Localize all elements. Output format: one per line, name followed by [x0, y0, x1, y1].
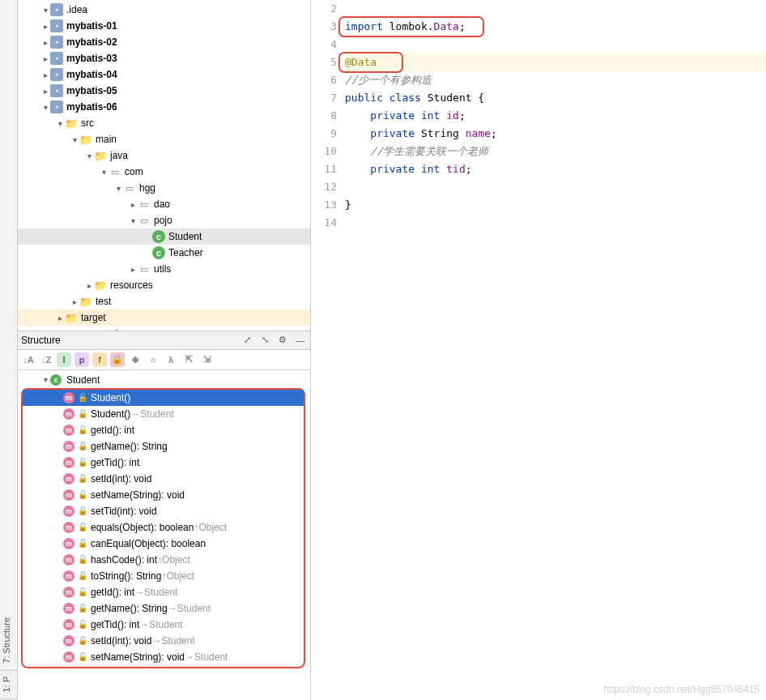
autoscroll-from-icon[interactable]: ⇲: [199, 352, 214, 367]
show-fields-icon[interactable]: f: [92, 352, 107, 367]
structure-item[interactable]: m🔓getName(): String →Student: [23, 600, 304, 617]
structure-item-origin: →Student: [134, 587, 177, 598]
show-non-public-icon[interactable]: 🔒: [110, 352, 125, 367]
structure-item[interactable]: m🔓getName(): String: [23, 438, 304, 455]
tree-arrow-icon[interactable]: ▸: [55, 314, 65, 322]
tree-arrow-icon[interactable]: ▸: [40, 38, 50, 47]
show-anonymous-icon[interactable]: ○: [146, 352, 160, 367]
structure-item[interactable]: m🔓Student(): [23, 390, 304, 406]
structure-item[interactable]: m🔓equals(Object): boolean ↑Object: [23, 519, 304, 536]
code-line[interactable]: @Data: [345, 53, 766, 71]
code-editor[interactable]: 234567891011121314 import lombok.Data;@D…: [311, 0, 766, 700]
structure-item[interactable]: m🔓getTid(): int →Student: [23, 617, 304, 633]
tree-arrow-icon[interactable]: ▾: [113, 184, 123, 193]
structure-item[interactable]: m🔓setName(String): void: [23, 487, 304, 503]
tree-row[interactable]: ▸target: [18, 309, 310, 326]
tree-arrow-icon[interactable]: ▾: [70, 135, 79, 144]
tree-arrow-icon[interactable]: ▾: [84, 152, 94, 160]
tree-row[interactable]: ▸utils: [18, 261, 310, 277]
structure-tree[interactable]: ▾ c Student m🔓Student()m🔓Student() →Stud…: [18, 370, 310, 701]
expand-all-icon[interactable]: ⤢: [240, 334, 253, 347]
tree-arrow-icon[interactable]: ▾: [99, 168, 109, 177]
line-number: 10: [311, 143, 345, 160]
code-line[interactable]: //少一个有参构造: [345, 71, 766, 89]
tree-arrow-icon[interactable]: ▸: [128, 265, 138, 274]
tree-arrow-icon[interactable]: ▾: [40, 103, 50, 112]
code-line[interactable]: public class Student {: [345, 89, 766, 107]
structure-item-label: getId(): int: [91, 587, 134, 598]
tree-arrow-icon[interactable]: ▾: [40, 6, 50, 15]
collapse-all-icon[interactable]: ⤡: [258, 334, 271, 347]
line-number: 4: [311, 36, 345, 53]
project-tree[interactable]: ▾▪.idea▸▪mybatis-01▸▪mybatis-02▸▪mybatis…: [18, 0, 310, 331]
structure-item[interactable]: m🔓hashCode(): int ↑Object: [23, 552, 304, 568]
tree-arrow-icon[interactable]: ▸: [84, 281, 94, 290]
tree-row[interactable]: ▾▪.idea: [18, 2, 310, 18]
sort-visibility-icon[interactable]: ↓Z: [39, 352, 53, 367]
tree-label: java: [110, 150, 128, 161]
minimize-icon[interactable]: —: [294, 334, 307, 347]
editor-code[interactable]: import lombok.Data;@Data//少一个有参构造public …: [345, 0, 766, 700]
show-properties-icon[interactable]: p: [74, 352, 89, 367]
tree-row[interactable]: ▸▪mybatis-04: [18, 66, 310, 83]
tree-row[interactable]: ▸▪mybatis-03: [18, 50, 310, 66]
project-tool-tab[interactable]: 1: P: [0, 670, 17, 700]
code-line[interactable]: [345, 214, 766, 232]
tree-arrow-icon[interactable]: ▾: [55, 119, 65, 128]
show-inherited-icon[interactable]: ◈: [128, 352, 143, 367]
tree-arrow-icon[interactable]: ▸: [40, 87, 50, 96]
tree-row[interactable]: ▸test: [18, 293, 310, 309]
tree-arrow-icon[interactable]: ▸: [128, 200, 138, 209]
structure-item[interactable]: m🔓getTid(): int: [23, 455, 304, 471]
method-icon: m: [63, 538, 74, 549]
pkg-icon: [138, 262, 151, 275]
code-line[interactable]: //学生需要关联一个老师: [345, 143, 766, 160]
tree-arrow-icon[interactable]: ▸: [40, 54, 50, 63]
tree-row[interactable]: ▸▪mybatis-05: [18, 83, 310, 99]
tree-row[interactable]: ▾▪mybatis-06: [18, 99, 310, 115]
show-interfaces-icon[interactable]: I: [57, 352, 71, 367]
tree-arrow-icon[interactable]: ▾: [128, 216, 138, 225]
method-icon: m: [63, 522, 74, 533]
structure-root[interactable]: ▾ c Student: [18, 372, 310, 388]
tree-row[interactable]: ▾hgg: [18, 180, 310, 196]
structure-item[interactable]: m🔓setId(int): void →Student: [23, 633, 304, 649]
tree-row[interactable]: ▸dao: [18, 196, 310, 212]
tree-row[interactable]: ▸▪mybatis-01: [18, 18, 310, 34]
code-line[interactable]: private int id;: [345, 107, 766, 125]
tree-row[interactable]: ▾src: [18, 115, 310, 131]
structure-item[interactable]: m🔓getId(): int →Student: [23, 584, 304, 600]
tree-row[interactable]: ▸▪mybatis-02: [18, 34, 310, 50]
tree-row[interactable]: ·cTeacher: [18, 245, 310, 261]
sort-alpha-icon[interactable]: ↓A: [21, 352, 36, 367]
tree-row[interactable]: ▾java: [18, 147, 310, 164]
structure-item[interactable]: m🔓getId(): int: [23, 422, 304, 438]
structure-tool-tab[interactable]: 7: Structure: [0, 611, 17, 671]
line-number: 6: [311, 71, 345, 89]
structure-item[interactable]: m🔓Student() →Student: [23, 406, 304, 422]
code-line[interactable]: private String name;: [345, 125, 766, 143]
code-line[interactable]: [345, 36, 766, 53]
tree-arrow-icon[interactable]: ▸: [70, 297, 79, 306]
gear-icon[interactable]: ⚙: [276, 334, 289, 347]
structure-item[interactable]: m🔓setId(int): void: [23, 471, 304, 487]
code-line[interactable]: [345, 178, 766, 196]
code-line[interactable]: private int tid;: [345, 160, 766, 178]
structure-item[interactable]: m🔓toString(): String ↑Object: [23, 568, 304, 584]
tree-arrow-icon[interactable]: ▸: [40, 22, 50, 31]
tree-row[interactable]: ▾com: [18, 164, 310, 180]
tree-arrow-icon[interactable]: ▸: [40, 70, 50, 79]
tree-row[interactable]: ▾main: [18, 131, 310, 147]
tree-row[interactable]: ▸resources: [18, 277, 310, 293]
tree-row[interactable]: ·cStudent: [18, 228, 310, 245]
autoscroll-source-icon[interactable]: ⇱: [181, 352, 196, 367]
structure-item[interactable]: m🔓setName(String): void →Student: [23, 649, 304, 665]
tree-row[interactable]: ▾pojo: [18, 212, 310, 228]
code-line[interactable]: [345, 0, 766, 18]
structure-item[interactable]: m🔓canEqual(Object): boolean: [23, 536, 304, 552]
structure-item[interactable]: m🔓setTid(int): void: [23, 503, 304, 519]
line-number: 11: [311, 160, 345, 178]
code-line[interactable]: }: [345, 196, 766, 214]
show-lambda-icon[interactable]: λ: [164, 352, 178, 367]
structure-item-label: getTid(): int: [91, 619, 139, 630]
